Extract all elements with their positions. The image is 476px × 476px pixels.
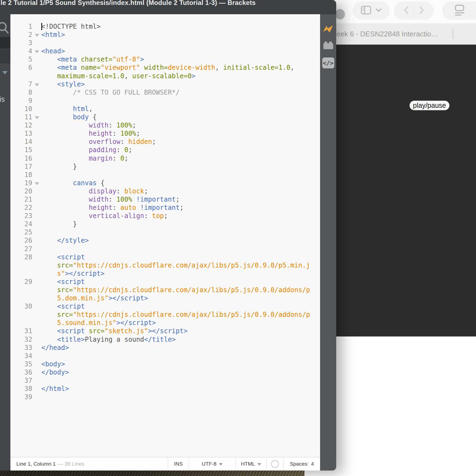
disclosure-triangle-icon[interactable] xyxy=(2,71,8,74)
extension-manager-button[interactable] xyxy=(320,42,336,50)
code-row: 36</body> xyxy=(10,368,320,376)
line-number: 31 xyxy=(10,327,32,335)
fold-arrow-icon[interactable] xyxy=(32,47,41,55)
sliver-selected-row xyxy=(0,37,10,48)
code-row: maximum-scale=1.0, user-scalable=0> xyxy=(10,72,320,80)
encoding-select[interactable]: UTF-8 xyxy=(188,457,236,471)
fold-arrow-icon[interactable] xyxy=(32,113,41,121)
insert-mode-indicator[interactable]: INS xyxy=(168,457,188,471)
code-text: 5.sound.min.js"></script> xyxy=(41,319,156,327)
lint-status-icon xyxy=(271,460,279,468)
line-number: 27 xyxy=(10,245,32,253)
play-pause-button[interactable]: play/pause xyxy=(410,101,449,110)
forward-button[interactable] xyxy=(418,5,425,16)
code-row: 4<head> xyxy=(10,47,320,55)
line-number: 15 xyxy=(10,146,32,154)
brackets-titlebar[interactable]: le 2 Tutorial 1/P5 Sound Synthesis/index… xyxy=(0,0,336,14)
code-text: height: auto !important; xyxy=(41,204,184,211)
code-row: 18 xyxy=(10,171,320,179)
code-rows: 1<!DOCTYPE html>2<html>34<head>5 <meta c… xyxy=(10,14,320,401)
code-text: s"></script> xyxy=(41,270,105,277)
line-number: 16 xyxy=(10,154,32,162)
code-row: src="https://cdnjs.cloudflare.com/ajax/l… xyxy=(10,286,320,294)
code-text: <title>Playing a sound</title> xyxy=(41,336,176,343)
spaces-label: Spaces: xyxy=(290,461,309,467)
line-number: 7 xyxy=(10,80,32,88)
code-text: <script xyxy=(41,253,85,261)
line-count: — 39 Lines xyxy=(58,461,84,467)
window-title: le 2 Tutorial 1/P5 Sound Synthesis/index… xyxy=(1,0,256,7)
code-row: 38</html> xyxy=(10,385,320,393)
code-row: 12 width: 100%; xyxy=(10,121,320,129)
brackets-window: le 2 Tutorial 1/P5 Sound Synthesis/index… xyxy=(0,0,336,471)
line-number: 6 xyxy=(10,63,32,72)
dropdown-arrow-icon xyxy=(219,463,223,466)
tab-separator xyxy=(453,29,453,39)
code-row: 25 xyxy=(10,228,320,236)
line-number: 23 xyxy=(10,212,32,220)
background-sidebar-sliver: is xyxy=(0,14,10,471)
spaces-value: 4 xyxy=(311,461,314,467)
back-button[interactable] xyxy=(403,5,410,16)
code-row: 10 html, xyxy=(10,105,320,113)
code-text: <meta name="viewport" width=device-width… xyxy=(41,64,294,71)
extension-code-button[interactable]: </> xyxy=(320,57,336,68)
code-text: width: 100%; xyxy=(41,121,136,129)
lightning-bolt-icon xyxy=(323,25,334,33)
language-select[interactable]: HTML xyxy=(236,457,266,471)
code-row: 33</head> xyxy=(10,344,320,352)
code-text: overflow: hidden; xyxy=(41,138,156,146)
line-number: 26 xyxy=(10,236,32,245)
fold-arrow-icon[interactable] xyxy=(32,31,41,39)
line-number: 12 xyxy=(10,121,32,129)
tab-overview-button[interactable] xyxy=(442,2,476,20)
line-number: 3 xyxy=(10,39,32,47)
code-text: <html> xyxy=(41,31,65,39)
code-text: <script xyxy=(41,278,85,286)
lint-indicator[interactable] xyxy=(266,457,283,471)
line-number: 39 xyxy=(10,393,32,401)
code-row: 3 xyxy=(10,39,320,47)
code-text: </style> xyxy=(41,237,89,244)
code-row: 15 padding: 0; xyxy=(10,146,320,154)
fold-arrow-icon[interactable] xyxy=(32,179,41,187)
code-row: 32 <title>Playing a sound</title> xyxy=(10,335,320,344)
line-number: 18 xyxy=(10,171,32,179)
sidebar-toggle-button[interactable] xyxy=(353,2,390,20)
code-row: src="https://cdnjs.cloudflare.com/ajax/l… xyxy=(10,261,320,269)
code-text: <head> xyxy=(41,47,65,55)
line-number: 25 xyxy=(10,228,32,236)
code-text: </body> xyxy=(41,368,69,376)
line-number: 4 xyxy=(10,47,32,55)
indent-setting[interactable]: Spaces: 4 xyxy=(283,457,320,471)
code-text: body { xyxy=(41,113,97,121)
chevron-down-icon xyxy=(375,8,382,13)
code-row: 21 width: 100% !important; xyxy=(10,195,320,204)
fold-arrow-icon[interactable] xyxy=(32,80,41,88)
code-text: html, xyxy=(41,105,93,113)
code-row: 5 <meta charset="utf-8"> xyxy=(10,55,320,63)
sliver-partial-label: is xyxy=(0,95,5,104)
code-text: src="https://cdnjs.cloudflare.com/ajax/l… xyxy=(41,311,310,318)
statusbar: Line 1, Column 1 — 39 Lines INS UTF-8 HT… xyxy=(10,457,320,471)
code-row: 5.dom.min.js"></script> xyxy=(10,294,320,302)
line-number: 5 xyxy=(10,55,32,63)
code-text: <script xyxy=(41,303,85,310)
code-row: 5.sound.min.js"></script> xyxy=(10,319,320,327)
code-editor[interactable]: 1<!DOCTYPE html>2<html>34<head>5 <meta c… xyxy=(10,14,320,457)
line-number: 10 xyxy=(10,105,32,113)
search-icon[interactable] xyxy=(0,21,11,37)
line-number: 20 xyxy=(10,187,32,195)
code-row: 17 } xyxy=(10,162,320,171)
code-row: 30 <script xyxy=(10,302,320,310)
line-number: 11 xyxy=(10,113,32,121)
browser-tab-title[interactable]: Week 6 - DESN22848 Interactio… xyxy=(330,23,438,45)
code-row: 29 <script xyxy=(10,278,320,286)
nav-divider xyxy=(414,6,414,16)
code-row: 22 height: auto !important; xyxy=(10,204,320,212)
code-text: src="https://cdnjs.cloudflare.com/ajax/l… xyxy=(41,286,310,294)
live-preview-button[interactable] xyxy=(320,25,336,33)
encoding-label: UTF-8 xyxy=(202,461,217,467)
code-row: 31 <script src="sketch.js"></script> xyxy=(10,327,320,335)
window-control-icon[interactable] xyxy=(335,9,345,19)
